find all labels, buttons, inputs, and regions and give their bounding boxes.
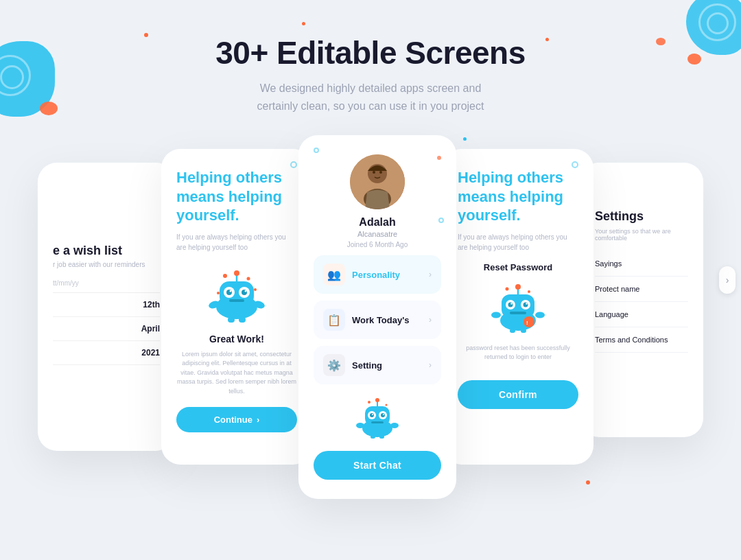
settings-subtitle: Your settings so that we are comfortable xyxy=(595,228,688,242)
card-wish-list: e a wish list r job easier with our remi… xyxy=(38,163,175,451)
card-helping-subtitle: If you are always helping others you are… xyxy=(176,232,297,253)
menu-setting[interactable]: ⚙️ Setting › xyxy=(314,346,441,384)
date-row-1: 12th xyxy=(53,293,160,317)
menu-personality-label: Personality xyxy=(352,270,429,280)
settings-row-4[interactable]: Terms and Conditions xyxy=(595,327,688,353)
svg-point-30 xyxy=(372,414,373,415)
svg-point-18 xyxy=(254,288,257,291)
svg-rect-54 xyxy=(510,329,515,333)
svg-rect-55 xyxy=(521,329,526,333)
svg-point-45 xyxy=(508,302,513,307)
date-row-3: 2021 xyxy=(53,341,160,365)
profile-username: Alcanasatre xyxy=(314,230,441,238)
svg-point-29 xyxy=(381,413,385,417)
page-header: 30+ Editable Screens We designed highly … xyxy=(0,0,741,115)
svg-point-46 xyxy=(524,302,528,307)
wish-list-title: e a wish list xyxy=(53,244,160,258)
setting-icon: ⚙️ xyxy=(323,354,345,376)
card-reset-password: Helping others means helping yourself. I… xyxy=(443,149,593,465)
settings-title: Settings xyxy=(595,209,688,224)
start-chat-button[interactable]: Start Chat xyxy=(314,451,441,480)
reset-success-text: password reset has been successfully ret… xyxy=(458,344,578,362)
reset-circle-deco xyxy=(572,161,578,168)
svg-point-50 xyxy=(515,284,521,290)
svg-point-39 xyxy=(368,401,370,404)
settings-row-1[interactable]: Sayings xyxy=(595,251,688,277)
svg-point-31 xyxy=(383,414,384,415)
svg-rect-10 xyxy=(229,299,244,302)
svg-point-58 xyxy=(524,316,534,327)
svg-point-17 xyxy=(217,292,220,294)
chevron-icon-2: › xyxy=(429,315,432,325)
card-reset-title: Helping others means helping yourself. xyxy=(458,168,578,225)
svg-point-40 xyxy=(386,404,388,406)
profile-dot-deco xyxy=(437,156,441,160)
svg-point-28 xyxy=(370,413,374,417)
svg-point-23 xyxy=(379,171,382,174)
date-field: tt/mm/yy xyxy=(53,279,160,293)
svg-point-6 xyxy=(230,290,232,292)
svg-point-9 xyxy=(234,270,239,276)
svg-point-7 xyxy=(245,290,247,292)
card-settings: Settings Your settings so that we are co… xyxy=(580,163,703,437)
card-circle-deco xyxy=(290,161,297,168)
robot-illustration-1 xyxy=(176,262,297,327)
menu-work-label: Work Today's xyxy=(352,315,429,325)
chevron-icon-1: › xyxy=(429,270,432,279)
svg-point-33 xyxy=(375,398,379,402)
svg-rect-34 xyxy=(371,421,384,423)
svg-rect-38 xyxy=(379,435,384,439)
menu-work-todays[interactable]: 📋 Work Today's › xyxy=(314,301,441,339)
great-work-label: Great Work! xyxy=(176,334,297,345)
svg-text:!: ! xyxy=(526,320,528,326)
svg-point-36 xyxy=(390,423,399,428)
personality-icon: 👥 xyxy=(323,264,345,285)
svg-point-22 xyxy=(373,171,375,174)
screens-container: e a wish list r job easier with our remi… xyxy=(0,135,741,499)
page-subtitle: We designed highly detailed apps screen … xyxy=(0,80,741,115)
page-title: 30+ Editable Screens xyxy=(0,34,741,71)
svg-point-47 xyxy=(510,303,512,304)
svg-point-52 xyxy=(491,312,501,318)
svg-point-57 xyxy=(528,290,530,293)
svg-rect-37 xyxy=(370,435,375,439)
continue-button[interactable]: Continue › xyxy=(176,407,297,432)
profile-avatar xyxy=(350,154,405,209)
card-helping-title: Helping others means helping yourself. xyxy=(176,168,297,225)
chevron-icon-3: › xyxy=(429,360,432,370)
profile-circle-deco-2 xyxy=(438,218,444,223)
svg-point-16 xyxy=(247,277,250,280)
svg-rect-13 xyxy=(228,317,235,323)
svg-rect-14 xyxy=(239,317,246,323)
card-helping-1: Helping others means helping yourself. I… xyxy=(161,149,312,465)
card-reset-subtitle: If you are always helping others you are… xyxy=(458,232,578,253)
reset-password-title: Reset Password xyxy=(458,262,578,272)
date-row-2: April xyxy=(53,317,160,341)
work-icon: 📋 xyxy=(323,309,345,331)
svg-point-53 xyxy=(535,312,545,318)
profile-circle-deco-1 xyxy=(314,148,319,153)
svg-point-56 xyxy=(506,287,509,290)
svg-rect-51 xyxy=(510,312,526,314)
robot-illustration-reset: ! xyxy=(458,279,578,337)
settings-row-2[interactable]: Protect name xyxy=(595,277,688,302)
svg-point-35 xyxy=(356,423,364,428)
wish-list-sub: r job easier with our reminders xyxy=(53,261,160,268)
svg-point-48 xyxy=(526,303,527,304)
lorem-text: Lorem ipsum dolor sit amet, consectetur … xyxy=(176,350,297,397)
svg-point-15 xyxy=(223,274,227,278)
robot-illustration-center xyxy=(314,394,441,441)
profile-name: Adalah xyxy=(314,216,441,229)
confirm-button[interactable]: Confirm xyxy=(458,380,578,409)
card-profile: Adalah Alcanasatre Joined 6 Month Ago 👥 … xyxy=(298,135,456,499)
menu-personality[interactable]: 👥 Personality › xyxy=(314,255,441,294)
settings-row-3[interactable]: Language xyxy=(595,302,688,327)
menu-setting-label: Setting xyxy=(352,360,429,371)
profile-joined: Joined 6 Month Ago xyxy=(314,241,441,248)
